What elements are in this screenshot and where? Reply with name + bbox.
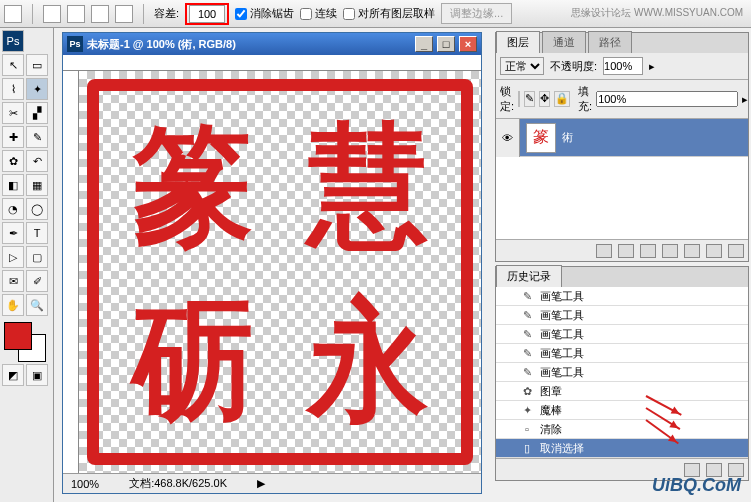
tool-preset-icon[interactable] [4, 5, 22, 23]
foreground-color[interactable] [4, 322, 32, 350]
tab-layers[interactable]: 图层 [496, 31, 540, 53]
marquee-tool-icon[interactable]: ▭ [26, 54, 48, 76]
contiguous-option[interactable]: 连续 [300, 6, 337, 21]
minimize-button[interactable]: _ [415, 36, 433, 52]
opacity-arrow-icon[interactable]: ▸ [649, 60, 655, 73]
history-list[interactable]: ✎画笔工具✎画笔工具✎画笔工具✎画笔工具✎画笔工具✿图章✦魔棒▫清除▯取消选择 [496, 287, 748, 458]
lasso-tool-icon[interactable]: ⌇ [2, 78, 24, 100]
layer-list[interactable]: 👁 篆 術 [496, 119, 748, 239]
history-item[interactable]: ✎画笔工具 [496, 306, 748, 325]
contiguous-checkbox[interactable] [300, 8, 312, 20]
layer-thumbnail[interactable]: 篆 [526, 123, 556, 153]
link-icon[interactable] [596, 244, 612, 258]
wand-tool-icon[interactable]: ✦ [26, 78, 48, 100]
history-brush-icon[interactable]: ↶ [26, 150, 48, 172]
history-item[interactable]: ✦魔棒 [496, 401, 748, 420]
layer-row[interactable]: 👁 篆 術 [496, 119, 748, 157]
watermark-text: 思缘设计论坛 WWW.MISSYUAN.COM [571, 6, 743, 20]
history-label: 画笔工具 [540, 327, 584, 342]
history-item[interactable]: ✿图章 [496, 382, 748, 401]
notes-tool-icon[interactable]: ✉ [2, 270, 24, 292]
shape-tool-icon[interactable]: ▢ [26, 246, 48, 268]
color-swatch[interactable] [2, 322, 48, 362]
heal-tool-icon[interactable]: ✚ [2, 126, 24, 148]
fill-input[interactable] [596, 91, 738, 107]
history-step-icon: ✎ [520, 289, 534, 303]
history-item[interactable]: ✎画笔工具 [496, 287, 748, 306]
antialias-checkbox[interactable] [235, 8, 247, 20]
history-label: 画笔工具 [540, 365, 584, 380]
ruler-horizontal[interactable] [63, 55, 481, 71]
crop-tool-icon[interactable]: ✂ [2, 102, 24, 124]
layers-panel: 图层 通道 路径 正常 不透明度: ▸ 锁定: ✎ ✥ 🔒 填充: ▸ 👁 篆 … [495, 32, 749, 262]
tolerance-input[interactable] [189, 5, 225, 23]
opacity-input[interactable] [603, 57, 643, 75]
lock-all-icon[interactable]: 🔒 [554, 91, 570, 107]
mask-icon[interactable] [640, 244, 656, 258]
adjustment-icon[interactable] [662, 244, 678, 258]
status-arrow-icon[interactable]: ▶ [257, 477, 265, 490]
quickmask-icon[interactable]: ◩ [2, 364, 24, 386]
maximize-button[interactable]: □ [437, 36, 455, 52]
refine-edge-button[interactable]: 调整边缘... [441, 3, 512, 24]
gradient-tool-icon[interactable]: ▦ [26, 174, 48, 196]
new-selection-icon[interactable] [43, 5, 61, 23]
antialias-option[interactable]: 消除锯齿 [235, 6, 294, 21]
subtract-selection-icon[interactable] [91, 5, 109, 23]
fx-icon[interactable] [618, 244, 634, 258]
document-window: Ps 未标题-1 @ 100% (術, RGB/8) _ □ × 篆慧 砺永 1… [62, 32, 482, 494]
pen-tool-icon[interactable]: ✒ [2, 222, 24, 244]
document-title: 未标题-1 @ 100% (術, RGB/8) [87, 37, 236, 52]
eyedrop-tool-icon[interactable]: ✐ [26, 270, 48, 292]
tab-paths[interactable]: 路径 [588, 31, 632, 53]
path-tool-icon[interactable]: ▷ [2, 246, 24, 268]
brand-watermark: UiBQ.CoM [652, 475, 741, 496]
eraser-tool-icon[interactable]: ◧ [2, 174, 24, 196]
new-layer-icon[interactable] [706, 244, 722, 258]
group-icon[interactable] [684, 244, 700, 258]
visibility-toggle-icon[interactable]: 👁 [496, 119, 520, 157]
lock-pixels-icon[interactable] [518, 91, 520, 107]
dodge-tool-icon[interactable]: ◯ [26, 198, 48, 220]
history-item[interactable]: ✎画笔工具 [496, 363, 748, 382]
blur-tool-icon[interactable]: ◔ [2, 198, 24, 220]
sample-all-option[interactable]: 对所有图层取样 [343, 6, 435, 21]
history-item[interactable]: ▫清除 [496, 420, 748, 439]
fill-arrow-icon[interactable]: ▸ [742, 93, 748, 106]
layers-footer [496, 239, 748, 261]
ps-icon: Ps [2, 30, 24, 52]
lock-position-icon[interactable]: ✎ [524, 91, 535, 107]
history-step-icon: ✦ [520, 403, 534, 417]
screenmode-icon[interactable]: ▣ [26, 364, 48, 386]
history-item[interactable]: ✎画笔工具 [496, 325, 748, 344]
seal-artwork: 篆慧 砺永 [87, 79, 473, 465]
hand-tool-icon[interactable]: ✋ [2, 294, 24, 316]
type-tool-icon[interactable]: T [26, 222, 48, 244]
add-selection-icon[interactable] [67, 5, 85, 23]
zoom-tool-icon[interactable]: 🔍 [26, 294, 48, 316]
blend-mode-select[interactable]: 正常 [500, 57, 544, 75]
history-item[interactable]: ✎画笔工具 [496, 344, 748, 363]
zoom-level[interactable]: 100% [71, 478, 99, 490]
stamp-tool-icon[interactable]: ✿ [2, 150, 24, 172]
sample-all-checkbox[interactable] [343, 8, 355, 20]
trash-icon[interactable] [728, 244, 744, 258]
history-step-icon: ✿ [520, 384, 534, 398]
brush-tool-icon[interactable]: ✎ [26, 126, 48, 148]
history-step-icon: ▯ [520, 441, 534, 455]
history-item[interactable]: ▯取消选择 [496, 439, 748, 458]
lock-move-icon[interactable]: ✥ [539, 91, 550, 107]
intersect-selection-icon[interactable] [115, 5, 133, 23]
document-titlebar[interactable]: Ps 未标题-1 @ 100% (術, RGB/8) _ □ × [63, 33, 481, 55]
history-label: 清除 [540, 422, 562, 437]
panels-area: 图层 通道 路径 正常 不透明度: ▸ 锁定: ✎ ✥ 🔒 填充: ▸ 👁 篆 … [495, 32, 749, 481]
canvas[interactable]: 篆慧 砺永 [79, 71, 481, 473]
layer-name[interactable]: 術 [562, 130, 573, 145]
toolbox: Ps ↖▭ ⌇✦ ✂▞ ✚✎ ✿↶ ◧▦ ◔◯ ✒T ▷▢ ✉✐ ✋🔍 ◩▣ [0, 28, 54, 502]
ruler-vertical[interactable] [63, 71, 79, 473]
close-button[interactable]: × [459, 36, 477, 52]
tab-channels[interactable]: 通道 [542, 31, 586, 53]
move-tool-icon[interactable]: ↖ [2, 54, 24, 76]
tab-history[interactable]: 历史记录 [496, 265, 562, 287]
slice-tool-icon[interactable]: ▞ [26, 102, 48, 124]
